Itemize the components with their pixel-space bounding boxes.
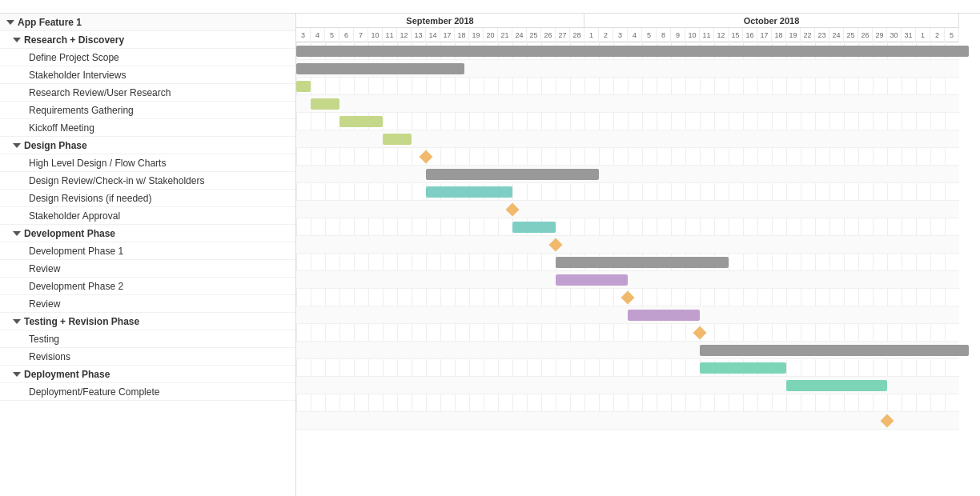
task-row: Design Revisions (if needed): [0, 190, 295, 207]
task-row: Design Phase: [0, 137, 295, 154]
day-label: 3: [296, 28, 311, 42]
task-label: Development Phase: [24, 228, 115, 239]
task-row: Define Project Scope: [0, 49, 295, 66]
task-label: Testing + Revision Phase: [24, 316, 139, 327]
october-label: October 2018: [584, 14, 959, 27]
day-label: 18: [772, 28, 786, 42]
task-row: Design Review/Check-in w/ Stakeholders: [0, 172, 295, 190]
expand-icon[interactable]: [13, 143, 21, 148]
day-labels: 3456710111213141718192021242526272812345…: [296, 28, 959, 42]
gantt-header: September 2018October 201834567101112131…: [296, 14, 959, 42]
milestone-diamond: [693, 326, 707, 340]
gantt-row: [296, 342, 959, 359]
task-row: Review: [0, 260, 295, 278]
gantt-row: [296, 359, 959, 377]
gantt-row: [296, 201, 959, 218]
day-label: 19: [786, 28, 801, 42]
gantt-row: [296, 183, 959, 201]
day-label: 14: [426, 28, 440, 42]
day-label: 5: [642, 28, 657, 42]
day-label: 7: [354, 28, 368, 42]
day-label: 20: [484, 28, 498, 42]
gantt-row: [296, 60, 959, 78]
gantt-bar: [556, 274, 628, 286]
day-label: 10: [368, 28, 383, 42]
day-label: 12: [714, 28, 729, 42]
gantt-row: [296, 113, 959, 130]
gantt-bar: [311, 98, 339, 110]
task-label: Design Review/Check-in w/ Stakeholders: [29, 175, 204, 186]
gantt-row: [296, 271, 959, 289]
task-row: Research + Discovery: [0, 31, 295, 49]
milestone-diamond: [420, 150, 433, 164]
page-title: [0, 0, 980, 14]
gantt-row: [296, 306, 959, 324]
gantt-bar: [296, 46, 969, 57]
task-row: High Level Design / Flow Charts: [0, 154, 295, 172]
task-label: Testing: [29, 334, 59, 345]
gantt-row: [296, 42, 959, 60]
milestone-diamond: [881, 414, 894, 428]
day-label: 15: [729, 28, 743, 42]
day-label: 1: [584, 28, 599, 42]
day-label: 17: [757, 28, 772, 42]
gantt-row: [296, 412, 959, 430]
task-label: Deployment Phase: [24, 369, 110, 380]
day-label: 11: [700, 28, 714, 42]
gantt-bar: [296, 63, 464, 74]
day-label: 8: [657, 28, 671, 42]
task-row: Development Phase 2: [0, 278, 295, 295]
day-label: 4: [628, 28, 642, 42]
day-label: 2: [930, 28, 945, 42]
day-label: 5: [325, 28, 339, 42]
day-label: 18: [455, 28, 469, 42]
expand-icon[interactable]: [13, 372, 21, 377]
task-label: Define Project Scope: [29, 52, 119, 63]
gantt-inner: September 2018October 201834567101112131…: [296, 14, 980, 430]
day-label: 26: [541, 28, 556, 42]
gantt-rows: [296, 42, 959, 430]
day-label: 31: [902, 28, 916, 42]
task-label: High Level Design / Flow Charts: [29, 158, 166, 169]
gantt-row: [296, 254, 959, 271]
day-label: 17: [440, 28, 455, 42]
gantt-row: [296, 78, 959, 95]
task-row: Research Review/User Research: [0, 84, 295, 102]
task-label: Requirements Gathering: [29, 105, 134, 116]
gantt-bar: [426, 169, 599, 180]
gantt-bar: [339, 116, 383, 127]
day-label: 24: [829, 28, 844, 42]
day-label: 10: [685, 28, 700, 42]
app-container: App Feature 1Research + DiscoveryDefine …: [0, 0, 980, 496]
gantt-row: [296, 324, 959, 342]
task-row: Stakeholder Approval: [0, 207, 295, 225]
task-label: Stakeholder Approval: [29, 210, 120, 222]
expand-icon[interactable]: [13, 231, 21, 236]
day-label: 2: [599, 28, 613, 42]
milestone-diamond: [621, 291, 635, 305]
day-label: 28: [570, 28, 584, 42]
task-label: Design Phase: [24, 140, 87, 151]
gantt-bar: [556, 257, 729, 268]
task-label: Deployment/Feature Complete: [29, 386, 159, 398]
day-label: 22: [801, 28, 815, 42]
day-label: 25: [527, 28, 541, 42]
gantt-row: [296, 394, 959, 412]
day-label: 25: [844, 28, 858, 42]
task-label: Development Phase 2: [29, 281, 123, 292]
task-label: Development Phase 1: [29, 246, 123, 257]
day-label: 30: [887, 28, 902, 42]
gantt-row: [296, 289, 959, 306]
gantt-bar: [700, 345, 969, 356]
gantt-area[interactable]: September 2018October 201834567101112131…: [296, 14, 980, 496]
september-label: September 2018: [296, 14, 584, 27]
gantt-bar: [296, 81, 311, 92]
task-label: Design Revisions (if needed): [29, 193, 151, 204]
expand-icon[interactable]: [13, 319, 21, 324]
task-row: Development Phase 1: [0, 242, 295, 260]
expand-icon[interactable]: [13, 38, 21, 42]
task-row: Deployment/Feature Complete: [0, 383, 295, 401]
task-label: Research + Discovery: [24, 34, 124, 46]
task-row: Deployment Phase: [0, 366, 295, 383]
expand-icon[interactable]: [6, 20, 14, 25]
